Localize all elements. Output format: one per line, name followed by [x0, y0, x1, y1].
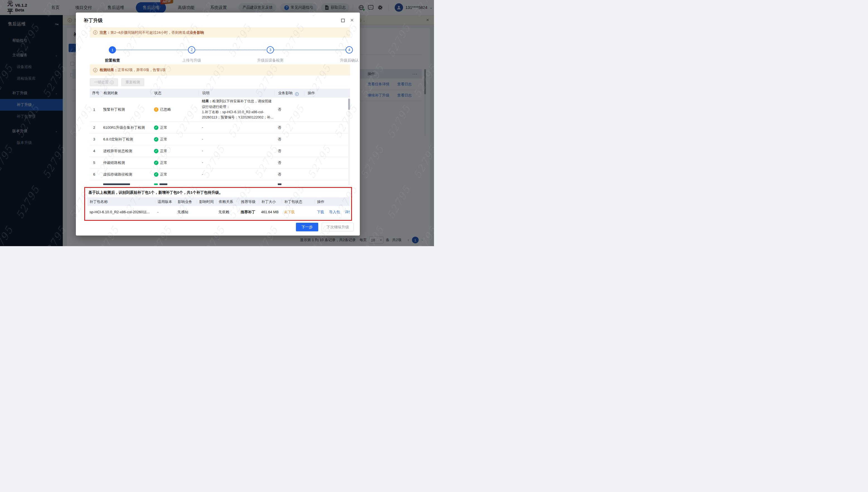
status-cell: ! 已忽略 — [151, 107, 199, 112]
pkg-level: 推荐补丁 — [239, 210, 259, 215]
ok-status-icon: ✓ — [154, 161, 159, 165]
package-table: 补丁包名称 适用版本 影响业务 影响时间 依赖关系 推荐等级 补丁大小 补丁包状… — [87, 197, 350, 218]
import-package-link[interactable]: 导入包 — [329, 210, 340, 214]
info-icon: i — [110, 80, 114, 84]
pkg-size: 461.64 MB — [259, 210, 282, 214]
warning-banner: i 注意： 第2~4步骤间隔时间不可超过24小时，否则将造成 业务影响 — [90, 27, 350, 38]
col-version: 适用版本 — [155, 200, 175, 204]
col-size: 补丁大小 — [259, 200, 282, 204]
detail-link[interactable]: 详情 — [345, 210, 350, 214]
step-connector — [116, 50, 188, 50]
step-connector — [195, 50, 266, 50]
pkg-version: - — [155, 210, 175, 214]
warning-strong: 业务影响 — [190, 30, 204, 35]
col-pkg-name: 补丁包名称 — [87, 200, 155, 204]
warning-text: 第2~4步骤间隔时间不可超过24小时，否则将造成 — [111, 30, 190, 35]
maximize-icon[interactable] — [341, 19, 345, 22]
pkg-dependency: 无依赖 — [216, 210, 239, 215]
col-no: 序号 — [90, 91, 100, 95]
info-icon[interactable]: i — [295, 92, 299, 96]
info-icon: i — [93, 68, 97, 72]
patch-upgrade-modal: 补丁升级 × i 注意： 第2~4步骤间隔时间不可超过24小时，否则将造成 业务… — [76, 13, 360, 236]
modal-footer: 下一步 下次继续升级 — [296, 223, 354, 231]
desc-cell: 结果：检测到以下待安装补丁信息，请按照建议行动进行处理： 1.补丁名称：sp-H… — [199, 99, 274, 120]
ok-status-icon: ✓ — [154, 149, 159, 153]
step-1-label: 前置检查 — [105, 58, 120, 63]
annotation-red-box: 基于以上检测后，识别到原始补丁包1个，新增补丁包0个，共1个补丁包待升级。 补丁… — [84, 187, 352, 221]
col-target: 检测对象 — [100, 91, 151, 95]
ok-status-icon: ✓ — [154, 172, 159, 177]
pkg-status-badge: 未下载 — [282, 210, 315, 215]
col-level: 推荐等级 — [239, 200, 259, 204]
col-impact-business: 影响业务 — [175, 200, 197, 204]
step-connector — [274, 50, 345, 50]
check-result-banner: i 检测结果： 正常62项，异常0项，告警1项 — [90, 65, 350, 76]
download-link[interactable]: 下载 — [317, 210, 324, 214]
col-impact-time: 影响时间 — [197, 200, 216, 204]
step-4-label: 升级后确认 — [340, 58, 359, 63]
col-desc: 说明 — [199, 91, 274, 95]
step-3-label: 升级后设备检测 — [257, 58, 284, 63]
col-status: 状态 — [151, 91, 199, 95]
check-row-2: 2 6100R1升级合集补丁检测 ✓正常 - 否 — [90, 122, 350, 133]
check-row-5: 5 仲裁链路检测 ✓正常 - 否 — [90, 157, 350, 169]
pkg-name: sp-HCI-6.10.0_R2-x86-col-2026011... — [87, 210, 155, 214]
pkg-actions: 下载 导入包 详情 — [315, 210, 350, 215]
check-row-3: 3 6.8.0定制补丁检测 ✓正常 - 否 — [90, 133, 350, 145]
package-row: sp-HCI-6.10.0_R2-x86-col-2026011... - 无感… — [87, 206, 350, 218]
close-icon[interactable]: × — [350, 17, 354, 23]
check-table-header: 序号 检测对象 状态 说明 业务影响 i 操作 — [90, 89, 350, 98]
col-dependency: 依赖关系 — [216, 200, 239, 204]
step-2-circle: 2 — [188, 46, 195, 53]
col-impact: 业务影响 i — [274, 91, 304, 95]
check-row-1: 1 预警补丁检测 ! 已忽略 结果：检测到以下待安装补丁信息，请按照建议行动进行… — [90, 98, 350, 122]
col-actions: 操作 — [304, 91, 350, 95]
warning-bold: 注意： — [100, 30, 111, 35]
step-4-circle: 4 — [345, 46, 353, 53]
ok-status-icon: ✓ — [154, 137, 159, 142]
col-actions: 操作 — [315, 200, 350, 204]
step-3-circle: 3 — [267, 46, 274, 53]
one-click-handle-button[interactable]: 一键处置 i — [90, 78, 118, 86]
result-text: 正常62项，异常0项，告警1项 — [118, 68, 166, 72]
recheck-button[interactable]: 重新检测 — [121, 78, 144, 86]
modal-title: 补丁升级 — [84, 17, 103, 24]
check-actions: 一键处置 i 重新检测 — [90, 78, 148, 86]
check-table: 序号 检测对象 状态 说明 业务影响 i 操作 1 预警补丁检测 ! 已忽略 结… — [90, 89, 350, 186]
warning-status-icon: ! — [154, 107, 159, 112]
screen: 纪元平台 V6.1.2 Beta 首页 项目交付 售后运维 售后运维 NEW 高… — [0, 0, 434, 246]
pkg-impact-business: 无感知 — [175, 210, 197, 215]
step-1-circle: 1 — [109, 46, 116, 53]
package-summary: 基于以上检测后，识别到原始补丁包1个，新增补丁包0个，共1个补丁包待升级。 — [89, 190, 351, 195]
table-scrollbar[interactable] — [348, 98, 350, 186]
check-row-7-clipped — [90, 180, 350, 186]
step-2-label: 上传与升级 — [182, 58, 201, 63]
upgrade-later-button[interactable]: 下次继续升级 — [321, 223, 354, 231]
info-icon: i — [93, 30, 97, 34]
package-table-header: 补丁包名称 适用版本 影响业务 影响时间 依赖关系 推荐等级 补丁大小 补丁包状… — [87, 197, 350, 206]
ok-status-icon: ✓ — [154, 125, 159, 130]
next-step-button[interactable]: 下一步 — [296, 223, 318, 231]
check-row-6: 6 虚拟存储路径检测 ✓正常 - 否 — [90, 169, 350, 180]
check-row-4: 4 进程异常状态检测 ✓正常 - 否 — [90, 145, 350, 157]
col-pkg-status: 补丁包状态 — [282, 200, 315, 204]
result-bold: 检测结果： — [100, 68, 118, 72]
